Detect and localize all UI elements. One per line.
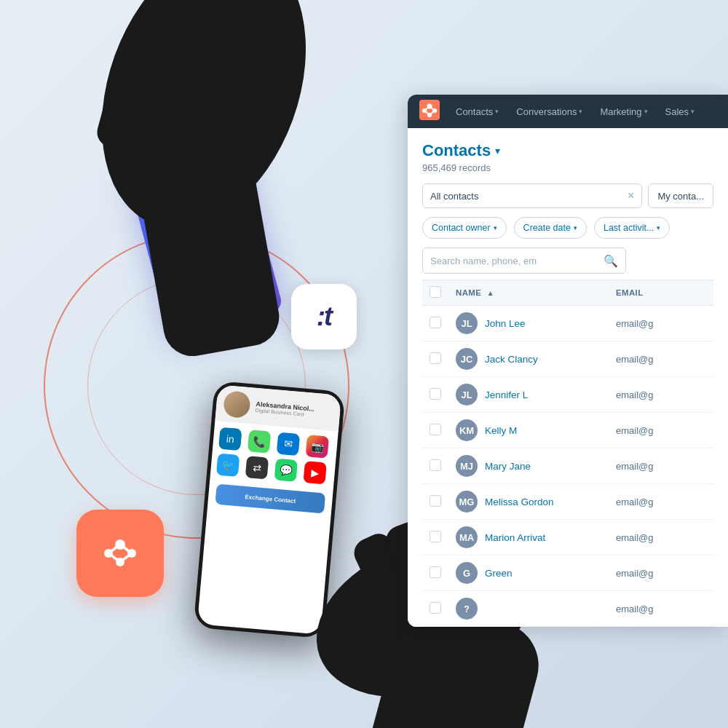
contact-name-cell: MJMary Jane [448, 448, 609, 484]
table-row: GGreenemail@g [422, 555, 713, 591]
sort-name-icon: ▲ [487, 289, 494, 297]
my-contacts-btn[interactable]: My conta... [648, 183, 713, 208]
select-all-checkbox[interactable] [430, 286, 441, 298]
contact-name-cell: MAMarion Arrivat [448, 520, 609, 555]
hubspot-nav-logo [419, 100, 440, 123]
contact-name-cell: KMKelly M [448, 413, 609, 448]
th-email[interactable]: EMAIL [609, 280, 713, 306]
row-checkbox[interactable] [430, 424, 441, 435]
contact-name-text[interactable]: Jennifer L [485, 389, 528, 400]
contact-avatar: MG [456, 491, 478, 513]
filter-contact-owner[interactable]: Contact owner ▾ [422, 217, 507, 239]
nav-marketing[interactable]: Marketing ▾ [593, 103, 654, 120]
contact-email-text: email@g [616, 354, 654, 365]
nav-sales[interactable]: Sales ▾ [658, 103, 703, 120]
row-checkbox-cell [422, 341, 448, 377]
contact-name-text[interactable]: Jack Clancy [485, 354, 538, 365]
row-checkbox-cell [422, 448, 448, 484]
contact-name-text[interactable]: Marion Arrivat [485, 532, 545, 543]
contact-email-text: email@g [616, 461, 654, 472]
table-row: MJMary Janeemail@g [422, 448, 713, 484]
contact-name-cell: ? [448, 591, 609, 627]
row-checkbox[interactable] [430, 531, 441, 542]
row-checkbox-cell [422, 484, 448, 520]
hubspot-icon [98, 531, 142, 575]
contact-avatar: G [456, 562, 478, 584]
row-checkbox-cell [422, 377, 448, 413]
crm-content: Contacts ▾ 965,469 records All contacts … [408, 128, 728, 627]
all-contacts-pill-text: All contacts [430, 191, 478, 202]
table-row: MGMelissa Gordonemail@g [422, 484, 713, 520]
contact-email-cell: email@g [609, 306, 713, 341]
search-submit-icon[interactable]: 🔍 [604, 254, 618, 268]
search-input-box[interactable]: Search name, phone, em 🔍 [422, 248, 626, 274]
table-row: MAMarion Arrivatemail@g [422, 520, 713, 555]
contact-name-text[interactable]: Mary Jane [485, 461, 531, 472]
tapni-badge-text: :t [317, 301, 331, 332]
contact-avatar: JC [456, 348, 478, 370]
filter-create-date[interactable]: Create date ▾ [514, 217, 587, 239]
th-name[interactable]: NAME ▲ [448, 280, 609, 306]
whatsapp-app-icon: 💬 [274, 459, 298, 483]
contact-email-cell: email@g [609, 377, 713, 413]
row-checkbox-cell [422, 520, 448, 555]
row-checkbox[interactable] [430, 317, 441, 328]
nav-contacts[interactable]: Contacts ▾ [448, 103, 506, 120]
row-checkbox[interactable] [430, 602, 441, 614]
crm-title-dropdown-icon[interactable]: ▾ [495, 145, 500, 157]
table-row: JCJack Clancyemail@g [422, 341, 713, 377]
contact-email-cell: email@g [609, 591, 713, 627]
search-box-row: Search name, phone, em 🔍 [422, 248, 713, 274]
contact-email-text: email@g [616, 568, 654, 579]
crm-title: Contacts [422, 141, 491, 160]
table-row: JLJohn Leeemail@g [422, 306, 713, 341]
row-checkbox[interactable] [430, 566, 441, 578]
clear-search-icon[interactable]: × [628, 189, 634, 202]
contact-name-cell: JLJennifer L [448, 377, 609, 413]
phone-contact-info: Aleksandra Nicol... Digital Business Car… [256, 400, 315, 417]
contact-name-text[interactable]: Green [485, 568, 513, 579]
row-checkbox[interactable] [430, 352, 441, 364]
contacts-tbody: JLJohn Leeemail@gJCJack Clancyemail@gJLJ… [422, 306, 713, 627]
crm-title-row: Contacts ▾ [422, 141, 713, 160]
nav-marketing-chevron: ▾ [644, 108, 648, 115]
filter-owner-chevron: ▾ [494, 224, 497, 232]
contact-email-cell: email@g [609, 555, 713, 591]
nav-sales-chevron: ▾ [691, 108, 695, 115]
row-checkbox[interactable] [430, 388, 441, 400]
contact-name-text[interactable]: John Lee [485, 318, 526, 329]
nav-contacts-chevron: ▾ [495, 108, 499, 115]
filter-last-activity[interactable]: Last activit... ▾ [594, 217, 670, 239]
row-checkbox[interactable] [430, 495, 441, 507]
contact-name-text[interactable]: Melissa Gordon [485, 496, 554, 507]
contact-email-cell: email@g [609, 520, 713, 555]
tapni-badge: :t [291, 284, 357, 349]
contact-email-text: email@g [616, 604, 654, 614]
row-checkbox[interactable] [430, 459, 441, 471]
search-row: All contacts × My conta... [422, 183, 713, 208]
table-row: ?email@g [422, 591, 713, 627]
linkedin-app-icon: in [218, 427, 242, 451]
contact-email-cell: email@g [609, 448, 713, 484]
contact-email-text: email@g [616, 532, 654, 543]
all-contacts-pill[interactable]: All contacts × [422, 183, 642, 208]
row-checkbox-cell [422, 413, 448, 448]
th-select-all[interactable] [422, 280, 448, 306]
contact-email-cell: email@g [609, 341, 713, 377]
row-checkbox-cell [422, 555, 448, 591]
nav-conversations-chevron: ▾ [579, 108, 582, 115]
crm-subtitle: 965,469 records [422, 162, 713, 173]
contact-name-text[interactable]: Kelly M [485, 425, 517, 436]
table-row: KMKelly Memail@g [422, 413, 713, 448]
contacts-table: NAME ▲ EMAIL JLJohn Leeemail@gJCJack Cla… [422, 280, 713, 627]
contact-email-text: email@g [616, 425, 654, 436]
twitter-app-icon: 🐦 [216, 454, 240, 478]
hubspot-badge [76, 510, 164, 597]
contact-avatar: MJ [456, 455, 478, 477]
table-row: JLJennifer Lemail@g [422, 377, 713, 413]
contact-name-cell: MGMelissa Gordon [448, 484, 609, 520]
crm-panel: Contacts ▾ Conversations ▾ Marketing ▾ S… [408, 95, 728, 627]
tapni-card-qr [168, 280, 211, 323]
nav-conversations[interactable]: Conversations ▾ [509, 103, 590, 120]
svg-line-5 [120, 553, 132, 562]
